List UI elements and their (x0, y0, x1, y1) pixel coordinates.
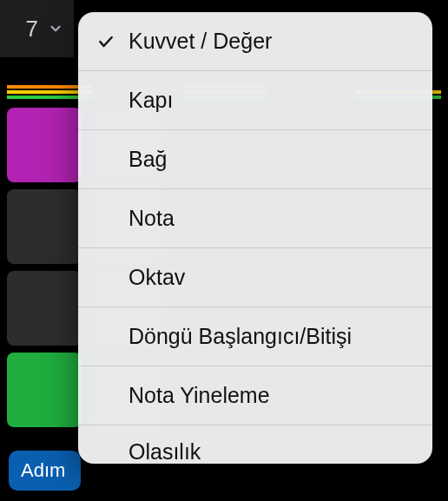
pad[interactable] (7, 353, 82, 427)
menu-item-label: Oktav (128, 265, 415, 290)
menu-item-gate[interactable]: Kapı (78, 71, 432, 130)
pad[interactable] (7, 108, 82, 182)
menu-item-velocity[interactable]: Kuvvet / Değer (78, 12, 432, 71)
menu-item-label: Kuvvet / Değer (128, 29, 415, 54)
menu-item-repeat[interactable]: Nota Yineleme (78, 366, 432, 425)
bottom-bar: Adım (9, 451, 81, 491)
menu-item-loop[interactable]: Döngü Başlangıcı/Bitişi (78, 307, 432, 366)
menu-item-label: Bağ (128, 147, 415, 172)
edit-mode-menu: Kuvvet / Değer Kapı Bağ Nota Oktav Döngü… (78, 12, 432, 464)
menu-item-label: Nota Yineleme (128, 383, 415, 408)
menu-item-label: Nota (128, 206, 415, 231)
menu-item-label: Döngü Başlangıcı/Bitişi (128, 324, 415, 349)
menu-item-label: Kapı (128, 88, 415, 113)
menu-item-octave[interactable]: Oktav (78, 248, 432, 307)
top-bar: 7 (0, 0, 74, 57)
menu-item-tie[interactable]: Bağ (78, 130, 432, 189)
edit-mode-popover: Kuvvet / Değer Kapı Bağ Nota Oktav Döngü… (78, 12, 432, 464)
menu-item-note[interactable]: Nota (78, 189, 432, 248)
checkmark-icon (96, 33, 116, 50)
menu-item-label: Olasılık (128, 439, 415, 464)
pad[interactable] (7, 271, 82, 346)
chevron-down-icon[interactable] (48, 16, 63, 43)
menu-item-probability[interactable]: Olasılık (78, 425, 432, 464)
pad[interactable] (7, 189, 82, 264)
display-value: 7 (26, 16, 39, 43)
step-button[interactable]: Adım (9, 451, 81, 491)
